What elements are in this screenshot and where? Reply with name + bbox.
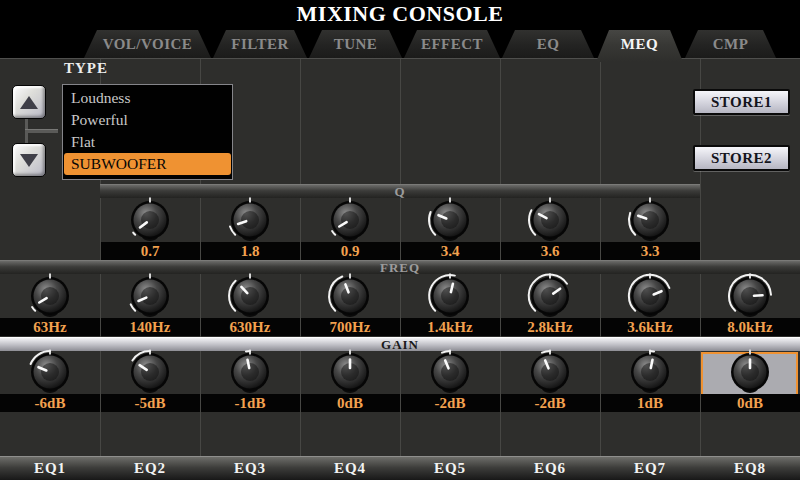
eq3-q-knob[interactable] [226, 196, 274, 244]
knob-graphic [226, 348, 274, 396]
eq3-gain-knob[interactable] [226, 348, 274, 396]
console-body: TYPE LoudnessPowerfulFlatSUBWOOFER STORE… [0, 58, 800, 480]
eq6-freq-value: 2.8kHz [500, 318, 600, 336]
type-option-flat[interactable]: Flat [64, 131, 231, 153]
up-triangle-icon [20, 96, 38, 109]
gain-row-label: GAIN [381, 337, 419, 352]
eq4-freq-value: 700Hz [300, 318, 400, 336]
eq7-freq-value: 3.6kHz [600, 318, 700, 336]
type-dropdown: LoudnessPowerfulFlatSUBWOOFER [62, 84, 233, 180]
tab-bar: VOL/VOICEFILTERTUNEEFFECTEQMEQCMP [0, 28, 800, 58]
freq-row-label: FREQ [380, 260, 420, 275]
band-label-eq7: EQ7 [600, 457, 700, 480]
eq2-gain-knob[interactable] [126, 348, 174, 396]
eq8-freq-value: 8.0kHz [700, 318, 800, 336]
eq4-q-knob[interactable] [326, 196, 374, 244]
store2-button[interactable]: STORE2 [693, 145, 790, 171]
knob-graphic [426, 272, 474, 320]
band-label-eq5: EQ5 [400, 457, 500, 480]
eq8-gain-knob[interactable] [726, 348, 774, 396]
knob-graphic [26, 348, 74, 396]
type-down-button[interactable] [12, 143, 46, 177]
eq4-q-value: 0.9 [300, 242, 400, 260]
knob-graphic [226, 272, 274, 320]
eq6-gain-value: -2dB [500, 394, 600, 412]
title-bar: MIXING CONSOLE [0, 0, 800, 28]
eq3-freq-value: 630Hz [200, 318, 300, 336]
q-row-label: Q [394, 184, 405, 199]
eq4-gain-knob[interactable] [326, 348, 374, 396]
eq2-gain-value: -5dB [100, 394, 200, 412]
band-label-eq2: EQ2 [100, 457, 200, 480]
eq4-freq-knob[interactable] [326, 272, 374, 320]
eq2-q-value: 0.7 [100, 242, 200, 260]
band-label-eq6: EQ6 [500, 457, 600, 480]
knob-graphic [426, 196, 474, 244]
eq4-gain-value: 0dB [300, 394, 400, 412]
eq7-freq-knob[interactable] [626, 272, 674, 320]
eq6-q-knob[interactable] [526, 196, 574, 244]
knob-graphic [626, 348, 674, 396]
knob-graphic [326, 272, 374, 320]
band-label-eq1: EQ1 [0, 457, 100, 480]
tab-filter[interactable]: FILTER [213, 30, 307, 58]
tab-effect[interactable]: EFFECT [404, 30, 500, 58]
tab-meq[interactable]: MEQ [596, 30, 683, 62]
type-label: TYPE [64, 60, 108, 77]
eq6-gain-knob[interactable] [526, 348, 574, 396]
eq2-freq-knob[interactable] [126, 272, 174, 320]
eq5-q-knob[interactable] [426, 196, 474, 244]
tab-cmp[interactable]: CMP [685, 30, 776, 58]
band-label-eq8: EQ8 [700, 457, 800, 480]
type-option-powerful[interactable]: Powerful [64, 109, 231, 131]
eq8-gain-value: 0dB [700, 394, 800, 412]
band-label-eq4: EQ4 [300, 457, 400, 480]
knob-graphic [526, 272, 574, 320]
knob-graphic [126, 272, 174, 320]
tab-vol-voice[interactable]: VOL/VOICE [84, 30, 211, 58]
tab-eq[interactable]: EQ [502, 30, 594, 58]
knob-graphic [726, 272, 774, 320]
eq1-freq-value: 63Hz [0, 318, 100, 336]
knob-graphic [726, 348, 774, 396]
band-label-bar: EQ1EQ2EQ3EQ4EQ5EQ6EQ7EQ8 [0, 456, 800, 480]
page-title: MIXING CONSOLE [0, 0, 800, 27]
eq6-freq-knob[interactable] [526, 272, 574, 320]
knob-graphic [26, 272, 74, 320]
freq-row-header: FREQ [0, 260, 800, 274]
store1-button[interactable]: STORE1 [693, 89, 790, 115]
eq7-q-knob[interactable] [626, 196, 674, 244]
type-up-button[interactable] [12, 85, 46, 119]
eq2-q-knob[interactable] [126, 196, 174, 244]
eq5-freq-value: 1.4kHz [400, 318, 500, 336]
eq3-freq-knob[interactable] [226, 272, 274, 320]
eq1-gain-knob[interactable] [26, 348, 74, 396]
knob-graphic [126, 196, 174, 244]
knob-graphic [626, 196, 674, 244]
eq8-freq-knob[interactable] [726, 272, 774, 320]
type-option-loudness[interactable]: Loudness [64, 87, 231, 109]
knob-graphic [426, 348, 474, 396]
tab-tune[interactable]: TUNE [309, 30, 402, 58]
eq2-freq-value: 140Hz [100, 318, 200, 336]
mixing-console-screen: MIXING CONSOLE VOL/VOICEFILTERTUNEEFFECT… [0, 0, 800, 480]
eq5-q-value: 3.4 [400, 242, 500, 260]
eq5-gain-knob[interactable] [426, 348, 474, 396]
eq6-q-value: 3.6 [500, 242, 600, 260]
eq7-gain-knob[interactable] [626, 348, 674, 396]
eq5-gain-value: -2dB [400, 394, 500, 412]
eq1-freq-knob[interactable] [26, 272, 74, 320]
type-option-subwoofer[interactable]: SUBWOOFER [64, 153, 231, 175]
down-triangle-icon [20, 154, 38, 167]
eq7-q-value: 3.3 [600, 242, 700, 260]
eq3-q-value: 1.8 [200, 242, 300, 260]
knob-graphic [526, 196, 574, 244]
knob-graphic [326, 196, 374, 244]
knob-graphic [326, 348, 374, 396]
eq5-freq-knob[interactable] [426, 272, 474, 320]
knob-graphic [226, 196, 274, 244]
arrow-connector-line [25, 129, 58, 133]
eq3-gain-value: -1dB [200, 394, 300, 412]
eq1-gain-value: -6dB [0, 394, 100, 412]
knob-graphic [126, 348, 174, 396]
